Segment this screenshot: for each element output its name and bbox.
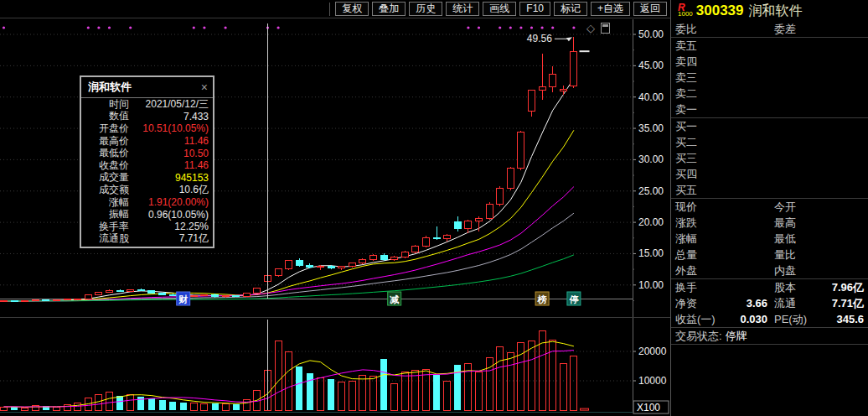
svg-text:30.00: 30.00	[638, 153, 664, 165]
ask-row-5[interactable]: 卖五	[671, 38, 868, 54]
quote-row-pct-low: 涨幅 最低	[671, 231, 868, 247]
bid-row-3[interactable]: 买三	[671, 150, 868, 166]
volume-bar	[296, 367, 302, 411]
mark-button[interactable]: 标记	[554, 2, 587, 16]
popup-row-swing: 振幅0.96(10.05%)	[81, 208, 213, 221]
candle	[116, 290, 123, 291]
volume-bar	[127, 394, 134, 410]
candle	[465, 221, 472, 229]
statistics-button[interactable]: 统计	[446, 2, 479, 16]
volume-bar	[137, 397, 144, 410]
candle	[507, 168, 514, 188]
svg-text:40.00: 40.00	[638, 91, 664, 103]
quote-row-outer-inner: 外盘 内盘	[671, 263, 868, 278]
candle	[349, 263, 355, 267]
volume-bar	[349, 381, 355, 410]
candle	[529, 90, 535, 112]
svg-text:15.00: 15.00	[638, 247, 664, 259]
event-marker-榜[interactable]: 榜	[535, 292, 549, 305]
bid-row-1[interactable]: 买一	[671, 118, 868, 134]
volume-bar	[212, 403, 219, 410]
overlay-button[interactable]: 叠加	[372, 2, 406, 16]
volume-bar	[11, 407, 18, 410]
svg-text:25.00: 25.00	[638, 185, 664, 197]
popup-title-bar[interactable]: 润和软件 ×	[81, 77, 213, 98]
candle	[222, 296, 229, 297]
draw-line-button[interactable]: 画线	[483, 2, 516, 16]
candle	[233, 296, 240, 297]
volume-bar	[433, 375, 440, 410]
quote-row-price-open: 现价 今开	[671, 199, 868, 215]
volume-bar	[486, 357, 493, 410]
suspension-marker	[580, 51, 590, 410]
volume-bar	[370, 377, 377, 410]
volume-bar	[233, 404, 240, 410]
f10-button[interactable]: F10	[519, 2, 550, 16]
volume-bar	[444, 381, 451, 410]
candle	[444, 235, 451, 238]
svg-text:50.00: 50.00	[638, 29, 664, 40]
candle	[127, 290, 134, 292]
candle	[254, 288, 261, 293]
stats-row-eps-pe: 收益(一)0.030 PE(动)345.6	[671, 311, 868, 327]
popup-row-amount: 成交额10.6亿	[81, 184, 213, 196]
svg-text:X100: X100	[637, 402, 660, 413]
weicha-label: 委差	[774, 22, 824, 37]
candle	[497, 188, 504, 204]
candle	[148, 291, 155, 294]
close-icon[interactable]: ×	[201, 81, 208, 94]
candle	[433, 237, 440, 238]
stock-name: 润和软件	[749, 3, 803, 20]
candle	[159, 294, 166, 294]
candle	[275, 268, 282, 275]
adjust-price-button[interactable]: 复权	[335, 2, 369, 16]
bid-row-2[interactable]: 买二	[671, 134, 868, 150]
candle	[380, 255, 387, 259]
candle	[286, 261, 292, 268]
event-marker-财[interactable]: 财	[177, 292, 190, 305]
back-button[interactable]: 返回	[633, 2, 667, 16]
bid-row-4[interactable]: 买四	[671, 166, 868, 182]
history-button[interactable]: 历史	[409, 2, 442, 16]
svg-text:35.00: 35.00	[638, 122, 664, 134]
event-marker-减[interactable]: 减	[388, 292, 401, 305]
toolbar-divider	[329, 3, 330, 16]
svg-text:10.00: 10.00	[638, 279, 664, 291]
svg-text:20000: 20000	[638, 346, 667, 357]
add-watchlist-button[interactable]: +自选	[591, 2, 630, 16]
trade-status-label: 交易状态:	[675, 329, 722, 344]
volume-bar	[54, 408, 60, 411]
volume-bar	[64, 404, 70, 410]
candle	[169, 294, 176, 295]
popup-row-close: 收盘价11.46	[81, 159, 213, 172]
stats-row-turnover-shares: 换手 股本7.96亿	[671, 279, 868, 295]
candle	[96, 292, 102, 295]
event-marker-停[interactable]: 停	[567, 292, 581, 305]
candle	[454, 221, 461, 229]
quote-row-change-high: 涨跌 最高	[671, 215, 868, 231]
candle	[296, 261, 302, 266]
volume-bar	[190, 403, 197, 410]
toolbar: 复权 叠加 历史 统计 画线 F10 标记 +自选 返回	[0, 0, 670, 18]
popup-row-volume: 成交量945153	[81, 172, 213, 185]
volume-bar	[507, 353, 514, 410]
bid-row-5[interactable]: 买五	[671, 182, 868, 198]
volume-bar	[32, 405, 39, 410]
diamond-icon[interactable]: ◇	[586, 23, 595, 34]
ask-row-1[interactable]: 卖一	[671, 101, 868, 117]
svg-text:45.00: 45.00	[638, 60, 664, 71]
svg-text:10000: 10000	[638, 375, 667, 387]
volume-bar	[1, 408, 8, 410]
ask-row-4[interactable]: 卖四	[671, 54, 868, 70]
volume-bar	[550, 340, 556, 410]
ask-row-2[interactable]: 卖二	[671, 86, 868, 101]
candle	[539, 87, 545, 90]
popup-row-turnover: 换手率12.25%	[81, 221, 213, 233]
ask-row-3[interactable]: 卖三	[671, 70, 868, 86]
volume-bar	[380, 359, 387, 410]
window-icon[interactable]	[601, 23, 610, 34]
candle	[43, 300, 49, 301]
popup-row-value: 数值7.433	[81, 111, 213, 123]
candle	[401, 252, 408, 257]
svg-text:财: 财	[178, 294, 188, 304]
